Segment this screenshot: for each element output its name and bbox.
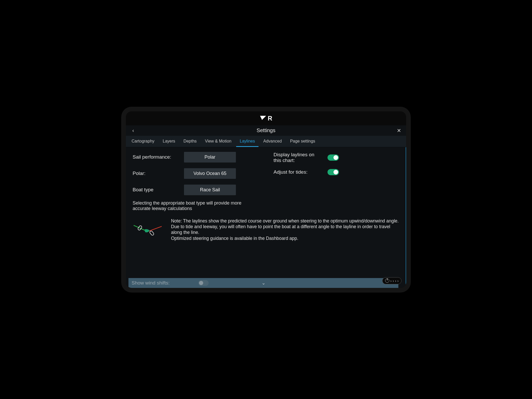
label-adjust-tides: Adjust for tides: <box>274 169 323 175</box>
label-polar: Polar: <box>133 171 179 176</box>
label-display-laylines: Display laylines on this chart: <box>274 152 323 163</box>
note-text: Note: The laylines show the predicted co… <box>171 218 399 241</box>
toggle-show-wind-shifts[interactable] <box>198 280 209 286</box>
chevron-left-icon: ‹ <box>132 127 134 133</box>
hardware-buttons: › › › › <box>382 277 401 284</box>
titlebar: ‹ Settings ✕ <box>126 125 406 136</box>
layline-diagram-icon <box>133 218 164 239</box>
scroll-more-bar[interactable]: Show wind shifts: ⌄ <box>128 278 398 288</box>
toggle-adjust-tides[interactable] <box>328 169 339 175</box>
tab-laylines[interactable]: Laylines <box>236 136 259 147</box>
brand-flag-icon <box>260 116 267 121</box>
tab-view-motion[interactable]: View & Motion <box>201 136 235 147</box>
row-adjust-tides: Adjust for tides: <box>274 169 399 175</box>
hw-chevron-icon[interactable]: › <box>397 279 399 283</box>
chevron-down-icon: ⌄ <box>262 280 265 286</box>
tab-page-settings[interactable]: Page settings <box>287 136 319 147</box>
tab-depths[interactable]: Depths <box>180 136 200 147</box>
tab-bar: Cartography Layers Depths View & Motion … <box>126 136 406 147</box>
brand-logo: R <box>260 115 272 122</box>
toggle-display-laylines[interactable] <box>328 154 339 161</box>
dropdown-sail-performance[interactable]: Polar <box>184 152 236 163</box>
tab-layers[interactable]: Layers <box>159 136 179 147</box>
row-boat-type: Boat type Race Sail <box>133 185 258 195</box>
device-frame: R ‹ Settings ✕ Cartography Layers Depths… <box>126 111 406 288</box>
content-area: Sail performance: Polar Polar: Volvo Oce… <box>126 147 406 288</box>
dropdown-polar[interactable]: Volvo Ocean 65 <box>184 168 236 179</box>
brand-letter: R <box>268 115 272 122</box>
row-sail-performance: Sail performance: Polar <box>133 152 258 163</box>
label-show-wind-shifts: Show wind shifts: <box>132 280 170 286</box>
close-icon: ✕ <box>397 127 401 134</box>
label-boat-type: Boat type <box>133 187 179 193</box>
label-sail-performance: Sail performance: <box>133 154 179 160</box>
tab-cartography[interactable]: Cartography <box>128 136 158 147</box>
back-button[interactable]: ‹ <box>129 127 137 134</box>
helper-text: Selecting the appropriate boat type will… <box>133 200 242 211</box>
hw-chevron-icon[interactable]: › <box>395 279 396 283</box>
tab-advanced[interactable]: Advanced <box>260 136 285 147</box>
power-icon[interactable] <box>385 279 389 283</box>
page-title: Settings <box>137 127 395 133</box>
hw-chevron-icon[interactable]: › <box>390 279 392 283</box>
svg-line-1 <box>148 226 162 232</box>
svg-rect-3 <box>149 230 154 235</box>
close-button[interactable]: ✕ <box>395 127 403 134</box>
brand-bar: R <box>126 111 406 125</box>
hw-chevron-icon[interactable]: › <box>393 279 394 283</box>
row-polar: Polar: Volvo Ocean 65 <box>133 168 258 179</box>
row-display-laylines: Display laylines on this chart: <box>274 152 399 163</box>
dropdown-boat-type[interactable]: Race Sail <box>184 185 236 195</box>
